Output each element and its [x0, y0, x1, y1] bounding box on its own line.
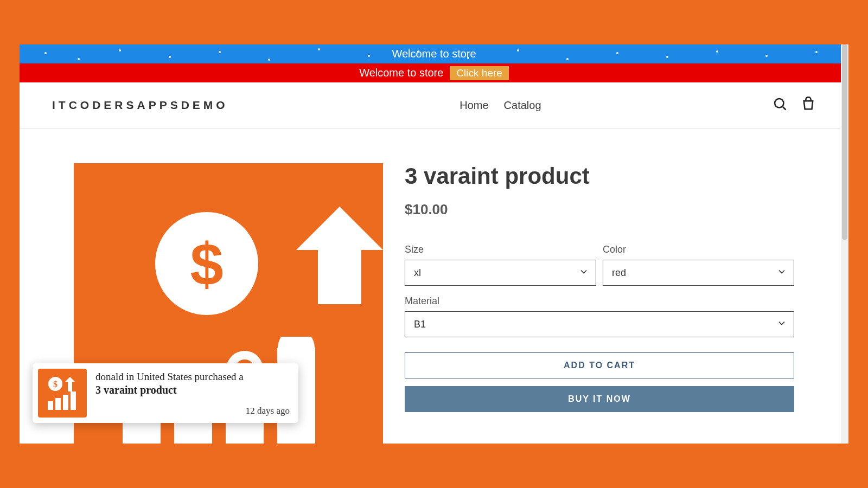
nav-catalog[interactable]: Catalog	[504, 99, 541, 112]
nav-home[interactable]: Home	[459, 99, 488, 112]
svg-text:$: $	[53, 380, 58, 389]
banner-red-text: Welcome to store	[359, 67, 443, 79]
buy-now-button[interactable]: BUY IT NOW	[405, 386, 794, 412]
product-title: 3 varaint product	[405, 163, 794, 189]
site-header: ITCODERSAPPSDEMO Home Catalog	[20, 82, 848, 129]
banner-blue-text: Welcome to store	[392, 48, 476, 60]
variant-material-select[interactable]: B1	[405, 311, 794, 337]
notification-message: donald in United States purchased a	[95, 369, 290, 383]
cart-icon[interactable]	[801, 97, 816, 114]
notification-product: 3 varaint product	[95, 384, 290, 396]
variant-color: Color red	[603, 244, 794, 286]
scrollbar-thumb[interactable]	[842, 44, 847, 240]
variant-color-label: Color	[603, 244, 794, 255]
svg-rect-18	[63, 395, 68, 410]
variant-size-label: Size	[405, 244, 596, 255]
announcement-banner-red: Welcome to store Click here	[20, 63, 848, 82]
svg-rect-17	[55, 398, 61, 410]
variant-color-value: red	[612, 267, 626, 279]
svg-rect-16	[48, 401, 53, 410]
notification-time: 12 days ago	[95, 406, 290, 418]
notification-body: donald in United States purchased a 3 va…	[95, 369, 290, 418]
chevron-down-icon	[777, 319, 786, 330]
svg-rect-19	[71, 391, 76, 410]
product-info: 3 varaint product $10.00 Size xl Color r…	[405, 163, 794, 444]
variant-material-label: Material	[405, 296, 794, 307]
scrollbar[interactable]	[841, 44, 848, 444]
variant-material-value: B1	[414, 319, 426, 330]
product-price: $10.00	[405, 201, 794, 218]
notification-thumbnail: $	[38, 369, 87, 418]
variant-size-value: xl	[414, 267, 421, 279]
variant-size: Size xl	[405, 244, 596, 286]
variant-color-select[interactable]: red	[603, 260, 794, 286]
banner-cta-button[interactable]: Click here	[450, 66, 508, 80]
header-actions	[773, 97, 816, 114]
svg-point-0	[775, 99, 783, 107]
main-nav: Home Catalog	[228, 99, 773, 112]
search-icon[interactable]	[773, 97, 788, 114]
chevron-down-icon	[579, 267, 588, 279]
dollar-icon: $	[155, 212, 258, 315]
variant-material: Material B1	[405, 296, 794, 337]
svg-line-1	[783, 107, 786, 110]
add-to-cart-button[interactable]: ADD TO CART	[405, 352, 794, 378]
chevron-down-icon	[777, 267, 786, 279]
site-logo[interactable]: ITCODERSAPPSDEMO	[52, 99, 228, 112]
announcement-banner-blue: Welcome to store	[20, 44, 848, 63]
svg-rect-15	[68, 382, 72, 391]
sales-notification-popup[interactable]: $ donald in United States purchased a 3 …	[33, 363, 298, 423]
variant-size-select[interactable]: xl	[405, 260, 596, 286]
